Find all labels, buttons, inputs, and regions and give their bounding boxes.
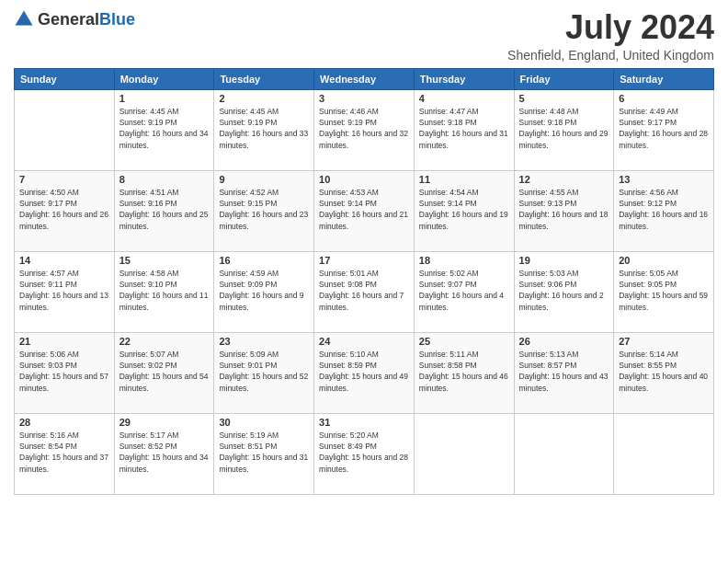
calendar-cell-w3-d4: 25 Sunrise: 5:11 AMSunset: 8:58 PMDaylig… [414, 332, 514, 413]
day-number: 3 [319, 93, 409, 104]
day-number: 31 [319, 417, 409, 428]
day-info: Sunrise: 4:48 AMSunset: 9:18 PMDaylight:… [519, 106, 609, 151]
day-info: Sunrise: 4:57 AMSunset: 9:11 PMDaylight:… [19, 268, 109, 313]
calendar-header: Sunday Monday Tuesday Wednesday Thursday… [15, 68, 714, 89]
day-info: Sunrise: 5:16 AMSunset: 8:54 PMDaylight:… [19, 430, 109, 475]
day-info: Sunrise: 5:06 AMSunset: 9:03 PMDaylight:… [19, 349, 109, 394]
calendar-cell-w3-d0: 21 Sunrise: 5:06 AMSunset: 9:03 PMDaylig… [15, 332, 115, 413]
day-number: 25 [419, 336, 509, 347]
day-info: Sunrise: 5:20 AMSunset: 8:49 PMDaylight:… [319, 430, 409, 475]
calendar-cell-w2-d0: 14 Sunrise: 4:57 AMSunset: 9:11 PMDaylig… [15, 251, 115, 332]
day-info: Sunrise: 5:07 AMSunset: 9:02 PMDaylight:… [119, 349, 210, 394]
day-number: 8 [119, 174, 210, 185]
day-info: Sunrise: 5:02 AMSunset: 9:07 PMDaylight:… [419, 268, 509, 313]
calendar-cell-w4-d1: 29 Sunrise: 5:17 AMSunset: 8:52 PMDaylig… [114, 413, 214, 494]
day-number: 19 [519, 255, 609, 266]
logo: GeneralBlue [14, 9, 135, 29]
day-info: Sunrise: 4:53 AMSunset: 9:14 PMDaylight:… [319, 187, 409, 232]
day-info: Sunrise: 5:10 AMSunset: 8:59 PMDaylight:… [319, 349, 409, 394]
day-number: 16 [219, 255, 309, 266]
logo-general: General [38, 10, 99, 29]
calendar-cell-w2-d3: 17 Sunrise: 5:01 AMSunset: 9:08 PMDaylig… [314, 251, 415, 332]
calendar-cell-w3-d2: 23 Sunrise: 5:09 AMSunset: 9:01 PMDaylig… [214, 332, 314, 413]
day-number: 2 [219, 93, 309, 104]
logo-blue: Blue [99, 10, 135, 29]
calendar-cell-w1-d6: 13 Sunrise: 4:56 AMSunset: 9:12 PMDaylig… [614, 170, 714, 251]
day-info: Sunrise: 5:01 AMSunset: 9:08 PMDaylight:… [319, 268, 409, 313]
day-number: 12 [519, 174, 609, 185]
calendar-cell-w3-d1: 22 Sunrise: 5:07 AMSunset: 9:02 PMDaylig… [114, 332, 214, 413]
calendar-cell-w0-d4: 4 Sunrise: 4:47 AMSunset: 9:18 PMDayligh… [414, 89, 514, 170]
day-info: Sunrise: 5:19 AMSunset: 8:51 PMDaylight:… [219, 430, 309, 475]
day-info: Sunrise: 5:05 AMSunset: 9:05 PMDaylight:… [619, 268, 709, 313]
day-number: 15 [119, 255, 210, 266]
header-saturday: Saturday [614, 68, 714, 89]
header-friday: Friday [514, 68, 614, 89]
calendar-cell-w0-d1: 1 Sunrise: 4:45 AMSunset: 9:19 PMDayligh… [114, 89, 214, 170]
day-number: 26 [519, 336, 609, 347]
day-info: Sunrise: 4:54 AMSunset: 9:14 PMDaylight:… [419, 187, 509, 232]
day-number: 23 [219, 336, 309, 347]
day-info: Sunrise: 4:45 AMSunset: 9:19 PMDaylight:… [119, 106, 210, 151]
calendar-cell-w3-d6: 27 Sunrise: 5:14 AMSunset: 8:55 PMDaylig… [614, 332, 714, 413]
calendar-cell-w2-d4: 18 Sunrise: 5:02 AMSunset: 9:07 PMDaylig… [414, 251, 514, 332]
calendar-cell-w0-d2: 2 Sunrise: 4:45 AMSunset: 9:19 PMDayligh… [214, 89, 314, 170]
calendar-cell-w2-d6: 20 Sunrise: 5:05 AMSunset: 9:05 PMDaylig… [614, 251, 714, 332]
day-number: 11 [419, 174, 509, 185]
calendar-cell-w1-d2: 9 Sunrise: 4:52 AMSunset: 9:15 PMDayligh… [214, 170, 314, 251]
logo-text: GeneralBlue [38, 11, 135, 29]
day-number: 29 [119, 417, 210, 428]
day-info: Sunrise: 4:58 AMSunset: 9:10 PMDaylight:… [119, 268, 210, 313]
calendar-week-4: 28 Sunrise: 5:16 AMSunset: 8:54 PMDaylig… [15, 413, 714, 494]
day-number: 5 [519, 93, 609, 104]
day-number: 18 [419, 255, 509, 266]
calendar-body: 1 Sunrise: 4:45 AMSunset: 9:19 PMDayligh… [15, 89, 714, 494]
calendar-cell-w2-d5: 19 Sunrise: 5:03 AMSunset: 9:06 PMDaylig… [514, 251, 614, 332]
calendar-cell-w0-d3: 3 Sunrise: 4:46 AMSunset: 9:19 PMDayligh… [314, 89, 415, 170]
day-number: 17 [319, 255, 409, 266]
day-info: Sunrise: 5:17 AMSunset: 8:52 PMDaylight:… [119, 430, 210, 475]
day-info: Sunrise: 4:51 AMSunset: 9:16 PMDaylight:… [119, 187, 210, 232]
day-info: Sunrise: 5:09 AMSunset: 9:01 PMDaylight:… [219, 349, 309, 394]
calendar-cell-w1-d0: 7 Sunrise: 4:50 AMSunset: 9:17 PMDayligh… [15, 170, 115, 251]
location-subtitle: Shenfield, England, United Kingdom [507, 48, 714, 63]
calendar-cell-w4-d0: 28 Sunrise: 5:16 AMSunset: 8:54 PMDaylig… [15, 413, 115, 494]
header-row: Sunday Monday Tuesday Wednesday Thursday… [15, 68, 714, 89]
calendar-cell-w0-d6: 6 Sunrise: 4:49 AMSunset: 9:17 PMDayligh… [614, 89, 714, 170]
day-info: Sunrise: 5:11 AMSunset: 8:58 PMDaylight:… [419, 349, 509, 394]
day-info: Sunrise: 4:56 AMSunset: 9:12 PMDaylight:… [619, 187, 709, 232]
calendar-table: Sunday Monday Tuesday Wednesday Thursday… [14, 68, 714, 495]
day-info: Sunrise: 4:46 AMSunset: 9:19 PMDaylight:… [319, 106, 409, 151]
day-number: 13 [619, 174, 709, 185]
calendar-page: GeneralBlue July 2024 Shenfield, England… [0, 0, 728, 563]
calendar-cell-w4-d5 [514, 413, 614, 494]
calendar-cell-w1-d3: 10 Sunrise: 4:53 AMSunset: 9:14 PMDaylig… [314, 170, 415, 251]
day-info: Sunrise: 4:49 AMSunset: 9:17 PMDaylight:… [619, 106, 709, 151]
day-info: Sunrise: 4:55 AMSunset: 9:13 PMDaylight:… [519, 187, 609, 232]
day-number: 14 [19, 255, 109, 266]
calendar-week-1: 7 Sunrise: 4:50 AMSunset: 9:17 PMDayligh… [15, 170, 714, 251]
day-number: 9 [219, 174, 309, 185]
calendar-cell-w4-d3: 31 Sunrise: 5:20 AMSunset: 8:49 PMDaylig… [314, 413, 415, 494]
calendar-cell-w1-d5: 12 Sunrise: 4:55 AMSunset: 9:13 PMDaylig… [514, 170, 614, 251]
day-info: Sunrise: 4:47 AMSunset: 9:18 PMDaylight:… [419, 106, 509, 151]
calendar-cell-w1-d1: 8 Sunrise: 4:51 AMSunset: 9:16 PMDayligh… [114, 170, 214, 251]
day-number: 20 [619, 255, 709, 266]
day-number: 7 [19, 174, 109, 185]
header-monday: Monday [114, 68, 214, 89]
header-thursday: Thursday [414, 68, 514, 89]
day-info: Sunrise: 5:13 AMSunset: 8:57 PMDaylight:… [519, 349, 609, 394]
header-tuesday: Tuesday [214, 68, 314, 89]
calendar-cell-w2-d2: 16 Sunrise: 4:59 AMSunset: 9:09 PMDaylig… [214, 251, 314, 332]
day-number: 21 [19, 336, 109, 347]
day-number: 28 [19, 417, 109, 428]
day-info: Sunrise: 4:52 AMSunset: 9:15 PMDaylight:… [219, 187, 309, 232]
day-number: 27 [619, 336, 709, 347]
calendar-week-3: 21 Sunrise: 5:06 AMSunset: 9:03 PMDaylig… [15, 332, 714, 413]
day-number: 30 [219, 417, 309, 428]
header: GeneralBlue July 2024 Shenfield, England… [14, 9, 714, 63]
day-info: Sunrise: 5:14 AMSunset: 8:55 PMDaylight:… [619, 349, 709, 394]
header-sunday: Sunday [15, 68, 115, 89]
day-info: Sunrise: 4:50 AMSunset: 9:17 PMDaylight:… [19, 187, 109, 232]
calendar-week-2: 14 Sunrise: 4:57 AMSunset: 9:11 PMDaylig… [15, 251, 714, 332]
